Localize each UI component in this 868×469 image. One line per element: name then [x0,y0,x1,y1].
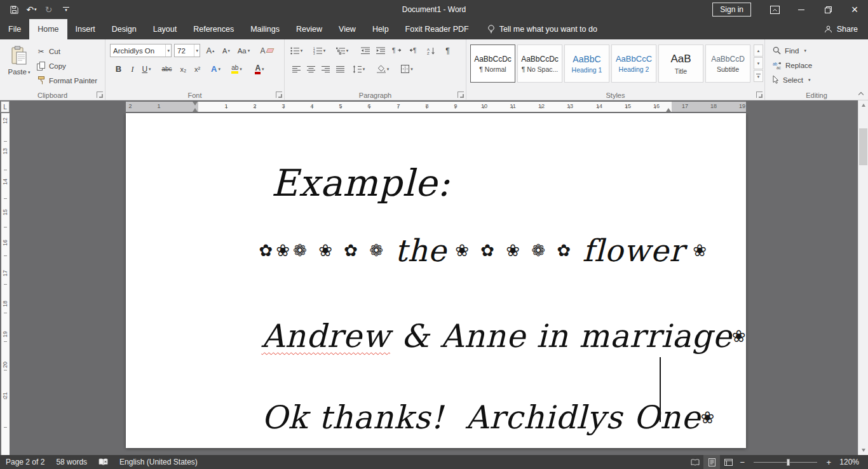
styles-more-button[interactable] [754,70,763,82]
tab-foxit-reader-pdf[interactable]: Foxit Reader PDF [397,19,477,39]
clear-formatting-button[interactable]: A [260,44,273,57]
numbering-button[interactable]: 123 [313,44,326,57]
multilevel-list-button[interactable] [336,44,349,57]
tab-insert[interactable]: Insert [67,19,104,39]
left-to-right-text-button[interactable]: ¶ [390,44,403,57]
tab-file[interactable]: File [0,19,29,39]
close-button[interactable]: × [841,0,868,19]
tab-stop-selector[interactable]: L [1,101,10,112]
zoom-slider-thumb[interactable] [787,459,790,466]
first-line-indent-marker[interactable] [193,102,198,105]
font-size-combobox[interactable]: 72▾ [174,44,200,57]
zoom-in-button[interactable]: + [823,458,834,467]
ribbon-display-options-button[interactable] [761,0,788,19]
tab-references[interactable]: References [185,19,242,39]
vertical-scrollbar[interactable] [858,100,868,455]
change-case-button[interactable]: Aa [237,44,250,57]
font-name-dropdown-icon[interactable]: ▾ [165,44,171,57]
select-button[interactable]: Select [773,73,810,86]
shrink-font-button[interactable]: A [220,44,233,57]
read-mode-button[interactable] [687,455,703,469]
print-layout-button[interactable] [703,455,720,469]
customize-qat-button[interactable]: ▾ [58,0,74,19]
subscript-button[interactable]: x₂ [177,62,190,76]
right-to-left-text-button[interactable]: ¶ [407,44,420,57]
web-layout-button[interactable] [720,455,736,469]
document-area: Example: ✿❀❁ ❀ ✿ ❁ the ❀ ✿ ❀ ❁ ✿ flower … [10,113,858,455]
zoom-level[interactable]: 120% [834,458,868,466]
style-title[interactable]: AaB Title [658,44,703,83]
scroll-up-button[interactable] [858,100,868,110]
borders-button[interactable] [400,62,414,76]
find-button[interactable]: Find [773,44,806,57]
styles-scroll-down-button[interactable] [754,57,763,69]
sort-button[interactable]: AZ [424,44,438,57]
style-heading-1[interactable]: AaBbC Heading 1 [564,44,609,83]
show-formatting-marks-button[interactable]: ¶ [441,44,454,57]
scroll-down-button[interactable] [858,445,868,455]
undo-dropdown-icon[interactable]: ▾ [34,7,37,12]
bullets-button[interactable] [290,44,303,57]
font-dialog-launcher[interactable] [276,92,282,98]
maximize-button[interactable] [815,0,841,19]
tell-me-box[interactable]: Tell me what you want to do [480,19,605,39]
tab-review[interactable]: Review [288,19,330,39]
font-size-dropdown-icon[interactable]: ▾ [194,44,200,57]
share-button[interactable]: Share [814,19,868,39]
align-center-button[interactable] [304,62,318,76]
format-painter-button[interactable]: Format Painter [36,74,97,87]
undo-button[interactable]: ↶▾ [24,0,39,19]
line-spacing-button[interactable] [352,62,365,76]
style-subtitle[interactable]: AaBbCcD Subtitle [705,44,750,83]
save-button[interactable] [6,0,22,19]
font-name-combobox[interactable]: Archidlys On▾ [110,44,172,57]
align-right-button[interactable] [319,62,332,76]
replace-button[interactable]: abac Replace [773,58,812,72]
zoom-out-button[interactable]: − [736,458,748,467]
tab-home[interactable]: Home [29,19,67,39]
decrease-indent-button[interactable] [358,44,372,57]
clipboard-dialog-launcher[interactable] [97,92,103,98]
superscript-button[interactable]: x² [191,62,204,76]
highlight-color-button[interactable]: ab [230,62,243,76]
right-indent-marker[interactable] [666,108,671,112]
styles-scroll-up-button[interactable] [754,44,763,57]
language-indicator[interactable]: English (United States) [114,455,203,469]
left-indent-marker[interactable] [193,108,198,112]
tab-view[interactable]: View [330,19,364,39]
tab-layout[interactable]: Layout [145,19,186,39]
italic-button[interactable]: I [126,62,139,76]
grow-font-button[interactable]: A [204,44,217,57]
redo-button[interactable]: ↻ [41,0,57,19]
copy-button[interactable]: Copy [36,59,66,72]
tab-design[interactable]: Design [104,19,145,39]
shading-button[interactable] [376,62,390,76]
styles-dialog-launcher[interactable] [756,92,763,98]
cut-button[interactable]: ✂ Cut [36,44,60,58]
sign-in-button[interactable]: Sign in [712,3,751,17]
zoom-slider[interactable] [754,462,817,463]
collapse-ribbon-button[interactable] [858,91,864,97]
text-effects-button[interactable]: A [209,62,222,76]
bold-button[interactable]: B [112,62,125,76]
word-count[interactable]: 58 words [50,455,93,469]
justify-button[interactable] [334,62,347,76]
font-color-button[interactable]: A [253,62,266,76]
style-normal[interactable]: AaBbCcDc ¶ Normal [470,44,515,83]
tab-help[interactable]: Help [364,19,397,39]
minimize-button[interactable] [788,0,815,19]
style-heading-2[interactable]: AaBbCcC Heading 2 [611,44,656,83]
style-no-spacing[interactable]: AaBbCcDc ¶ No Spac... [517,44,562,83]
align-left-button[interactable] [290,62,303,76]
proofing-status-button[interactable] [93,455,114,469]
underline-button[interactable]: U [140,62,153,76]
tab-mailings[interactable]: Mailings [242,19,288,39]
page-indicator[interactable]: Page 2 of 2 [0,455,50,469]
paragraph-dialog-launcher[interactable] [458,92,464,98]
increase-indent-button[interactable] [374,44,387,57]
document-page[interactable]: Example: ✿❀❁ ❀ ✿ ❁ the ❀ ✿ ❀ ❁ ✿ flower … [126,113,746,448]
paste-button[interactable]: Paste [4,43,34,93]
strikethrough-button[interactable]: abc [160,62,173,76]
group-font: Archidlys On▾ 72▾ A A Aa A B I U abc x₂ … [105,39,285,100]
scrollbar-thumb[interactable] [859,128,867,165]
